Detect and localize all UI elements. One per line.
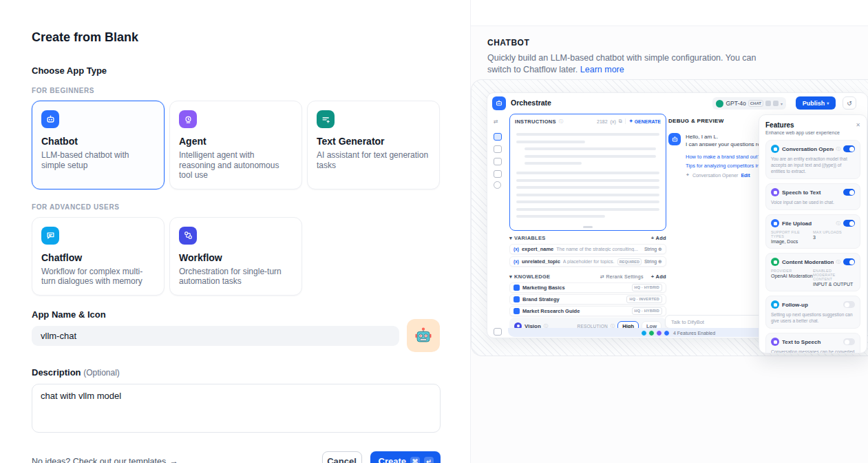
content-moderation-icon	[771, 258, 779, 266]
model-name: GPT-4o	[726, 100, 745, 107]
dataset-name: Marketing Basics	[522, 285, 565, 291]
card-desc: Workflow for complex multi-turn dialogue…	[41, 267, 155, 287]
card-title: Text Generator	[317, 136, 430, 147]
preview-description: Quickly build an LLM-based chatbot with …	[487, 52, 763, 76]
token-count: 2182	[597, 119, 608, 124]
info-icon: ⓘ	[559, 119, 564, 125]
copy-icon[interactable]: ⧉	[619, 119, 622, 124]
rail-item-selected[interactable]	[494, 133, 502, 141]
conversation-opener-row: ✦ Conversation Opener Edit	[686, 172, 750, 178]
templates-link[interactable]: No ideas? Check out our templates →	[32, 457, 178, 463]
chevron-down-icon[interactable]: ▾	[509, 274, 512, 280]
card-title: Workflow	[179, 252, 293, 263]
rail-item-5[interactable]	[494, 181, 501, 189]
knowledge-row[interactable]: Marketing Basics HQ · HYBRID	[509, 282, 666, 293]
toggle[interactable]	[843, 338, 855, 345]
opener-edit-link[interactable]: Edit	[741, 173, 750, 178]
history-icon[interactable]: ↺	[843, 96, 856, 110]
variable-row[interactable]: (x) expert_name The name of the strategi…	[509, 244, 666, 254]
app-type-card-agent[interactable]: Agent Intelligent agent with reasoning a…	[169, 101, 302, 189]
learn-more-link[interactable]: Learn more	[580, 65, 624, 74]
publish-button[interactable]: Publish ▾	[796, 96, 836, 110]
mini-app-title: Orchestrate	[511, 99, 551, 107]
variable-icon[interactable]: (x)	[611, 119, 616, 124]
rail-bottom-icon[interactable]	[494, 328, 502, 336]
app-type-card-chatbot[interactable]: Chatbot LLM-based chatbot with simple se…	[32, 101, 165, 189]
variable-desc: A placeholder for topics...	[563, 259, 615, 264]
rail-orchestrate-icon[interactable]: ⇄	[494, 119, 498, 125]
toggle[interactable]	[843, 301, 855, 308]
chevron-down-icon: ▾	[827, 101, 829, 105]
variable-tag-icon: (x)	[514, 247, 519, 251]
feature-card-content-moderation: Content Moderation ⓘ PROVIDER OpenAI Mod…	[765, 253, 860, 291]
app-type-card-chatflow[interactable]: Chatflow Workflow for complex multi-turn…	[32, 217, 165, 296]
card-desc: Orchestration for single-turn automation…	[179, 267, 293, 287]
toggle[interactable]	[843, 145, 855, 152]
knowledge-row[interactable]: Brand Strategy HQ · INVERTED	[509, 294, 666, 305]
model-feature-icon-1	[765, 101, 771, 106]
feature-dot-speech	[656, 330, 662, 336]
description-label: Description (Optional)	[32, 367, 440, 378]
conversation-opener-icon	[771, 145, 779, 153]
dataset-name: Brand Strategy	[522, 296, 560, 302]
toggle[interactable]	[843, 189, 855, 196]
cancel-button[interactable]: Cancel	[322, 451, 362, 463]
feature-card-follow-up: Follow-up Setting up next questions sugg…	[765, 296, 860, 329]
features-enabled-badges: 4 Features Enabled	[641, 330, 715, 336]
create-button[interactable]: Create ⌘ ↵	[370, 451, 441, 463]
add-variable-button[interactable]: + Add	[651, 235, 666, 241]
app-type-card-text-generator[interactable]: Text Generator AI assistant for text gen…	[307, 101, 440, 189]
features-panel: Features ✕ Enhance web app user experien…	[759, 114, 867, 353]
create-from-blank-panel: Create from Blank Choose App Type FOR BE…	[0, 0, 471, 463]
robot-emoji-icon	[413, 325, 434, 346]
variable-type: String ⊕	[644, 259, 662, 265]
card-desc: Intelligent agent with reasoning and aut…	[179, 150, 293, 181]
app-name-input[interactable]: vllm-chat	[32, 326, 399, 346]
toggle[interactable]	[843, 258, 855, 265]
chevron-down-icon[interactable]: ▾	[509, 235, 512, 241]
features-enabled-count: 4 Features Enabled	[673, 331, 715, 336]
variable-row[interactable]: (x) unrelated_topic A placeholder for to…	[509, 256, 666, 267]
variable-type: String ⊕	[644, 247, 662, 252]
info-icon: ⓘ	[836, 259, 841, 265]
instructions-card[interactable]: INSTRUCTIONS ⓘ 2182 (x) ⧉ ✦ GENERATE	[509, 114, 666, 231]
variable-name: unrelated_topic	[522, 258, 560, 265]
agent-icon	[179, 110, 197, 128]
rail-item-2[interactable]	[494, 145, 502, 153]
knowledge-row[interactable]: Market Research Guide HQ · HYBRID	[509, 306, 666, 316]
description-textarea[interactable]: chat with vllm model	[32, 384, 441, 433]
resize-handle[interactable]	[583, 226, 593, 228]
dataset-icon	[514, 308, 520, 314]
close-icon[interactable]: ✕	[856, 122, 860, 128]
card-title: Chatbot	[41, 136, 155, 147]
suggested-question-link[interactable]: How to make a brand stand out?	[686, 154, 760, 160]
card-desc: LLM-based chatbot with simple setup	[41, 150, 155, 170]
chevron-down-icon: ▾	[781, 101, 783, 106]
app-icon-picker[interactable]	[407, 319, 440, 352]
card-title: Agent	[179, 136, 293, 147]
rerank-settings-button[interactable]: ⇄ Rerank Settings	[600, 274, 644, 280]
dataset-icon	[514, 285, 520, 291]
group-label-beginners: FOR BEGINNERS	[32, 87, 440, 94]
feature-dot-upload	[664, 330, 670, 336]
model-feature-icon-2	[773, 101, 779, 106]
model-selector[interactable]: GPT-4o CHAT ▾	[712, 97, 786, 110]
rail-item-4[interactable]	[494, 170, 502, 178]
card-title: Chatflow	[41, 252, 155, 263]
feature-dot-moderation	[648, 330, 655, 336]
generate-button[interactable]: ✦ GENERATE	[625, 119, 661, 124]
debug-preview-header: DEBUG & PREVIEW	[668, 118, 724, 124]
info-icon: ⓘ	[836, 146, 841, 152]
rail-item-3[interactable]	[494, 158, 502, 165]
app-type-card-workflow[interactable]: Workflow Orchestration for single-turn a…	[169, 217, 302, 296]
speech-to-text-icon	[771, 188, 779, 196]
arrow-right-icon: →	[169, 457, 178, 463]
opener-label: Conversation Opener	[692, 173, 739, 178]
dataset-tag: HQ · HYBRID	[632, 284, 662, 291]
opener-icon: ✦	[686, 172, 690, 178]
add-knowledge-button[interactable]: + Add	[651, 274, 666, 280]
toggle[interactable]	[843, 220, 855, 227]
dataset-tag: HQ · INVERTED	[626, 296, 662, 303]
choose-app-type-heading: Choose App Type	[32, 65, 440, 76]
instructions-label: INSTRUCTIONS	[515, 119, 556, 125]
